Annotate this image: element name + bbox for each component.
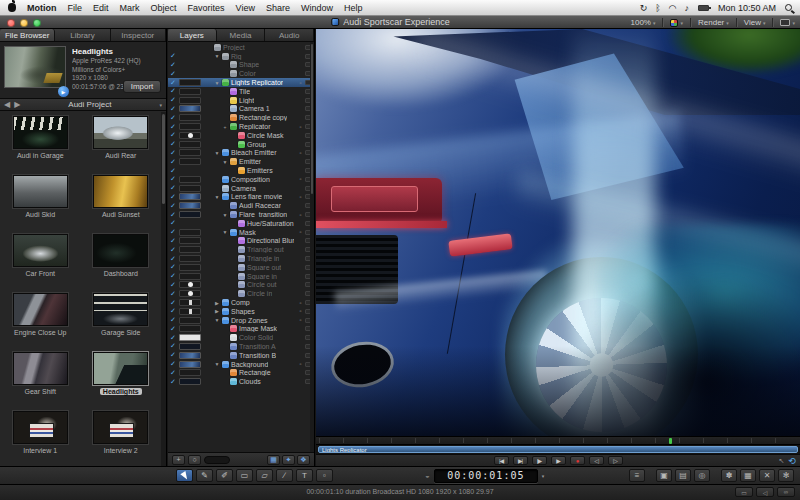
settings-button[interactable]: ✕ (759, 469, 775, 482)
transport-button[interactable]: ▷ (608, 456, 623, 465)
disclosure-triangle-icon[interactable]: ▼ (214, 150, 220, 156)
media-thumbnail[interactable] (13, 116, 68, 149)
layer-activation-checkbox[interactable]: ✓ (170, 334, 179, 342)
file-browser-scrollbar[interactable] (161, 112, 166, 466)
layer-activation-checkbox[interactable]: ✓ (170, 272, 179, 280)
settings-button[interactable]: ✻ (778, 469, 794, 482)
status-toggle-button[interactable]: ▭ (735, 487, 753, 497)
capture-button[interactable]: ▤ (675, 469, 691, 482)
media-thumbnail[interactable] (13, 411, 68, 444)
search-icon[interactable]: ○ (188, 455, 201, 465)
layer-row[interactable]: ✓ Shape (168, 61, 314, 70)
layer-row[interactable]: ✓ Transition A (168, 342, 314, 351)
layer-activation-checkbox[interactable]: ✓ (170, 105, 179, 113)
layer-activation-checkbox[interactable]: ✓ (170, 299, 179, 307)
disclosure-triangle-icon[interactable]: ▼ (214, 80, 220, 86)
layers-search-input[interactable] (204, 456, 230, 464)
layer-activation-checkbox[interactable]: ✓ (170, 123, 179, 131)
layer-activation-checkbox[interactable]: ✓ (170, 228, 179, 236)
media-item[interactable]: Headlights (81, 352, 162, 411)
layers-panel-tab[interactable]: Media (217, 29, 266, 41)
disclosure-triangle-icon[interactable]: ▼ (222, 159, 228, 165)
menu-item[interactable]: Share (266, 3, 290, 13)
media-item[interactable]: Garage Side (81, 293, 162, 352)
media-thumbnail[interactable] (93, 234, 148, 267)
layer-activation-checkbox[interactable]: ✓ (170, 167, 179, 175)
layer-activation-checkbox[interactable]: ✓ (170, 351, 179, 359)
layer-row[interactable]: ✓ Circle in (168, 289, 314, 298)
media-item[interactable]: Audi in Garage (0, 116, 81, 175)
layers-panel-tab[interactable]: Layers (168, 29, 217, 41)
layer-row[interactable]: ✓ ▼ Flare_transition ▫ (168, 210, 314, 219)
media-thumbnail[interactable] (93, 116, 148, 149)
settings-button[interactable]: ▦ (740, 469, 756, 482)
menubar-status-icon[interactable]: ↻ (640, 3, 648, 13)
menu-item[interactable]: Favorites (188, 3, 225, 13)
layer-activation-checkbox[interactable]: ✓ (170, 325, 179, 333)
layer-row[interactable]: ✓ Composition ▫ (168, 175, 314, 184)
layers-view-toggle-icon[interactable]: ▦ (267, 455, 280, 465)
layer-row[interactable]: Project (168, 43, 314, 52)
menu-bar-clock[interactable]: Mon 10:50 AM (718, 3, 776, 13)
menu-item[interactable]: Mark (120, 3, 140, 13)
mini-timeline-ruler[interactable] (316, 437, 800, 445)
layer-activation-checkbox[interactable]: ✓ (170, 316, 179, 324)
media-item[interactable]: Audi Skid (0, 175, 81, 234)
nav-forward-button[interactable]: ▶ (14, 100, 20, 109)
view-dropdown[interactable]: View▾ (744, 18, 766, 27)
layer-row[interactable]: ✓ Color (168, 69, 314, 78)
transport-button[interactable]: ▶| (513, 456, 528, 465)
layer-activation-checkbox[interactable]: ✓ (170, 131, 179, 139)
status-toggle-button[interactable]: ∞ (777, 487, 795, 497)
capture-button[interactable]: ◎ (694, 469, 710, 482)
battery-icon[interactable] (698, 5, 709, 11)
menubar-status-icon[interactable]: ◠ (669, 3, 677, 13)
media-item[interactable]: Dashboard (81, 234, 162, 293)
layer-row[interactable]: ✓ Light (168, 96, 314, 105)
layer-row[interactable]: ✓ Circle out (168, 281, 314, 290)
select-transform-tool[interactable] (176, 469, 193, 482)
layer-activation-checkbox[interactable]: ✓ (170, 263, 179, 271)
disclosure-triangle-icon[interactable]: ▼ (214, 194, 220, 200)
layer-row[interactable]: ✓ Audi Racecar (168, 201, 314, 210)
layer-row[interactable]: ✓ ▶ Shapes ▫ (168, 307, 314, 316)
menu-item[interactable]: Object (151, 3, 177, 13)
layer-activation-checkbox[interactable]: ✓ (170, 237, 179, 245)
drawing-tool[interactable]: ✐ (216, 469, 233, 482)
layer-row[interactable]: ✓ ▼ Drop Zones ▫ (168, 316, 314, 325)
preview-thumbnail[interactable] (4, 46, 66, 88)
layer-activation-checkbox[interactable]: ✓ (170, 342, 179, 350)
layer-row[interactable]: ✓ ▼ Rig (168, 52, 314, 61)
layer-activation-checkbox[interactable]: ✓ (170, 202, 179, 210)
drawing-tool[interactable]: ▫ (316, 469, 333, 482)
selected-layer-bar[interactable]: Lights Replicator (318, 446, 798, 453)
menu-item[interactable]: Motion (27, 3, 57, 13)
layer-activation-checkbox[interactable]: ✓ (170, 61, 179, 69)
layer-row[interactable]: ✓ Group (168, 140, 314, 149)
status-toggle-button[interactable]: ◁ (756, 487, 774, 497)
layer-row[interactable]: ✓ Square out (168, 263, 314, 272)
media-item[interactable]: Car Front (0, 234, 81, 293)
playhead-marker[interactable] (669, 438, 672, 444)
layer-row[interactable]: ✓ Color Solid (168, 333, 314, 342)
layer-row[interactable]: ✓ Tile (168, 87, 314, 96)
layer-row[interactable]: ✓ ▼ Mask ▫ (168, 228, 314, 237)
layer-row[interactable]: ✓ Circle Mask (168, 131, 314, 140)
layer-row[interactable]: ✓ ▼ Background ▫ (168, 360, 314, 369)
disclosure-triangle-icon[interactable]: ▶ (214, 308, 220, 314)
layer-row[interactable]: ✓ Triangle out (168, 245, 314, 254)
layer-activation-checkbox[interactable]: ✓ (170, 149, 179, 157)
layer-activation-checkbox[interactable]: ✓ (170, 184, 179, 192)
media-thumbnail[interactable] (13, 175, 68, 208)
layer-activation-checkbox[interactable]: ✓ (170, 158, 179, 166)
current-folder-dropdown[interactable]: Audi Project (24, 100, 155, 109)
layer-row[interactable]: ✓ + Replicator ▫ (168, 122, 314, 131)
left-panel-tab[interactable]: Inspector (111, 29, 166, 41)
layer-activation-checkbox[interactable]: ✓ (170, 193, 179, 201)
current-timecode-display[interactable]: 00:00:01:05 (434, 469, 538, 483)
utility-button[interactable]: ≡ (629, 469, 645, 482)
layer-row[interactable]: ✓ Emitters (168, 166, 314, 175)
disclosure-triangle-icon[interactable]: ▼ (214, 317, 220, 323)
menu-item[interactable]: View (236, 3, 255, 13)
transport-button[interactable]: ◁ (589, 456, 604, 465)
